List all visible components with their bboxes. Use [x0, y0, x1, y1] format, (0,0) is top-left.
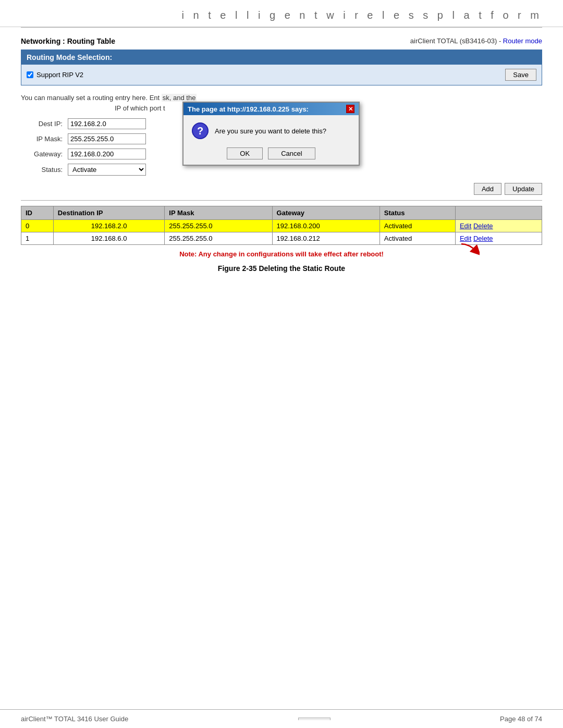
device-separator: - [499, 37, 503, 45]
dialog-body: ? Are you sure you want to delete this? … [183, 115, 359, 165]
cell-id: 1 [21, 232, 54, 245]
dialog-ok-button[interactable]: OK [227, 147, 263, 159]
col-gateway: Gateway [272, 206, 380, 220]
table-divider [21, 200, 542, 201]
footer-tab [298, 718, 331, 720]
dialog-cancel-button[interactable]: Cancel [268, 147, 315, 159]
cell-gateway: 192.168.0.200 [272, 220, 380, 232]
ip-mask-input[interactable] [68, 133, 146, 144]
top-nav: Networking : Routing Table airClient TOT… [0, 28, 563, 50]
cell-gateway: 192.168.0.212 [272, 232, 380, 245]
dest-ip-label: Dest IP: [21, 120, 68, 128]
dialog-titlebar: The page at http://192.168.0.225 says: ✕ [183, 103, 359, 115]
table-row: 0192.168.2.0255.255.255.0192.168.0.200Ac… [21, 220, 542, 232]
device-info: airClient TOTAL (sB3416-03) - Router mod… [410, 37, 542, 45]
figure-caption: Figure 2-35 Deleting the Static Route [21, 264, 542, 273]
cell-status: Activated [380, 220, 455, 232]
support-rip-label[interactable]: Support RIP V2 [27, 71, 83, 79]
col-status: Status [380, 206, 455, 220]
cell-ip-mask: 255.255.255.0 [165, 232, 272, 245]
dialog-box: The page at http://192.168.0.225 says: ✕… [182, 102, 360, 166]
dialog-close-button[interactable]: ✕ [346, 105, 354, 113]
col-ip-mask: IP Mask [165, 206, 272, 220]
routing-mode-section: Routing Mode Selection: Support RIP V2 S… [21, 50, 542, 85]
cell-actions: Edit Delete [455, 220, 542, 232]
col-actions [455, 206, 542, 220]
ip-mask-label: IP Mask: [21, 135, 68, 143]
gateway-input[interactable] [68, 149, 146, 159]
cell-ip-mask: 255.255.255.0 [165, 220, 272, 232]
routing-mode-body: Support RIP V2 Save [21, 65, 542, 85]
section-title: Networking : Routing Table [21, 37, 115, 45]
dest-ip-input[interactable] [68, 118, 146, 129]
page-footer: airClient™ TOTAL 3416 User Guide Page 48… [0, 709, 563, 728]
delete-link[interactable]: Delete [473, 222, 493, 230]
dialog-message-row: ? Are you sure you want to delete this? [192, 122, 350, 139]
dialog-message: Are you sure you want to delete this? [215, 127, 326, 135]
page-header: i n t e l l i g e n t w i r e l e s s p … [0, 0, 563, 27]
cell-dest-ip: 192.168.2.0 [53, 220, 165, 232]
dialog-overlay: The page at http://192.168.0.225 says: ✕… [182, 102, 360, 166]
cell-id: 0 [21, 220, 54, 232]
table-header-row: ID Destination IP IP Mask Gateway Status [21, 206, 542, 220]
dialog-question-icon: ? [192, 122, 209, 139]
col-dest-ip: Destination IP [53, 206, 165, 220]
dialog-title: The page at http://192.168.0.225 says: [188, 105, 309, 113]
routing-table: ID Destination IP IP Mask Gateway Status… [21, 206, 542, 245]
save-button[interactable]: Save [505, 69, 536, 81]
routing-mode-header: Routing Mode Selection: [21, 50, 542, 65]
add-button[interactable]: Add [474, 183, 501, 195]
action-buttons: Add Update [21, 183, 542, 195]
cell-dest-ip: 192.168.6.0 [53, 232, 165, 245]
routing-table-container: ID Destination IP IP Mask Gateway Status… [21, 206, 542, 245]
col-id: ID [21, 206, 54, 220]
gateway-label: Gateway: [21, 150, 68, 158]
router-mode-link[interactable]: Router mode [503, 37, 542, 45]
status-select[interactable]: Activate Deactivate [68, 164, 146, 176]
status-label: Status: [21, 166, 68, 174]
footer-left: airClient™ TOTAL 3416 User Guide [21, 715, 128, 723]
header-title: i n t e l l i g e n t w i r e l e s s p … [182, 9, 542, 21]
footer-right: Page 48 of 74 [500, 715, 542, 723]
edit-link[interactable]: Edit [460, 222, 471, 230]
update-button[interactable]: Update [505, 183, 542, 195]
device-label: airClient TOTAL (sB3416-03) [410, 37, 497, 45]
support-rip-checkbox[interactable] [27, 71, 33, 78]
dialog-buttons: OK Cancel [192, 147, 350, 159]
arrow-indicator [459, 241, 480, 258]
cell-status: Activated [380, 232, 455, 245]
